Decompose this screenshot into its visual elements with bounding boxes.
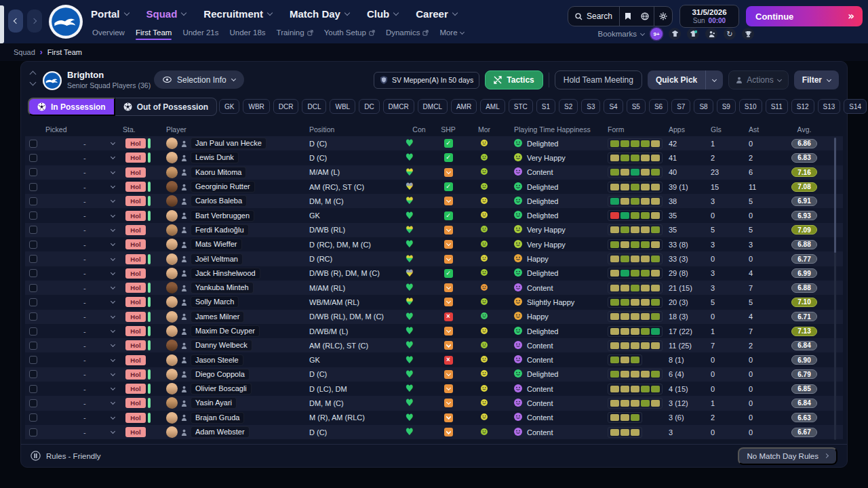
player-row-ferdi-kad-o-lu[interactable]: -HolFerdi KadıoğluD/WB (RL)♥Very Happy35… bbox=[25, 223, 843, 237]
position-chip-gk[interactable]: GK bbox=[219, 99, 239, 114]
subnav-youth-setup[interactable]: Youth Setup bbox=[324, 28, 375, 37]
subnav-dynamics[interactable]: Dynamics bbox=[386, 28, 429, 37]
club-crest-logo[interactable] bbox=[49, 5, 83, 39]
position-chip-aml[interactable]: AML bbox=[480, 99, 505, 114]
in-possession-button[interactable]: In Possession bbox=[28, 98, 115, 116]
hold-team-meeting-button[interactable]: Hold Team Meeting bbox=[555, 70, 642, 89]
player-row-yankuba-minteh[interactable]: -HolYankuba MintehM/AM (RL)♥Content21 (1… bbox=[25, 281, 843, 295]
position-chip-s2[interactable]: S2 bbox=[559, 99, 578, 114]
player-name[interactable]: Georginio Rutter bbox=[191, 181, 255, 192]
profile-icon-button[interactable] bbox=[181, 299, 187, 306]
player-name[interactable]: Yankuba Minteh bbox=[191, 282, 254, 293]
menu-recruitment[interactable]: Recruitment bbox=[203, 8, 272, 20]
selection-status-dropdown[interactable]: - bbox=[50, 197, 123, 205]
profile-icon-button[interactable] bbox=[181, 198, 187, 205]
row-checkbox[interactable] bbox=[29, 284, 37, 292]
settings-button[interactable] bbox=[654, 7, 672, 26]
selection-status-dropdown[interactable]: - bbox=[50, 428, 123, 436]
player-name[interactable]: Mats Wieffer bbox=[191, 239, 242, 250]
selection-status-dropdown[interactable]: - bbox=[50, 298, 123, 306]
player-name[interactable]: Ferdi Kadıoğlu bbox=[191, 224, 249, 236]
breadcrumb-squad[interactable]: Squad bbox=[14, 48, 35, 56]
row-checkbox[interactable] bbox=[29, 140, 37, 148]
profile-icon-button[interactable] bbox=[181, 226, 187, 233]
column-header-mor[interactable]: Mor bbox=[464, 125, 505, 134]
out-of-possession-button[interactable]: Out of Possession bbox=[115, 98, 217, 116]
quick-pick-dropdown[interactable] bbox=[705, 70, 723, 89]
selection-status-dropdown[interactable]: - bbox=[50, 370, 123, 378]
player-name[interactable]: Danny Welbeck bbox=[191, 340, 252, 351]
column-header-form[interactable]: Form bbox=[606, 125, 669, 134]
profile-icon-button[interactable] bbox=[181, 140, 187, 147]
forward-button[interactable] bbox=[27, 9, 42, 33]
column-header-shp[interactable]: SHP bbox=[433, 125, 464, 134]
selection-status-dropdown[interactable]: - bbox=[50, 327, 123, 336]
profile-icon-button[interactable] bbox=[181, 429, 187, 436]
selection-status-dropdown[interactable]: - bbox=[50, 255, 123, 263]
position-chip-s3[interactable]: S3 bbox=[581, 99, 600, 114]
profile-icon-button[interactable] bbox=[181, 241, 187, 248]
next-match-chip[interactable]: SV Meppen(A) In 50 days bbox=[374, 72, 479, 89]
player-name[interactable]: Jason Steele bbox=[191, 354, 243, 366]
selection-status-dropdown[interactable]: - bbox=[50, 399, 123, 407]
row-checkbox[interactable] bbox=[29, 226, 37, 234]
row-checkbox[interactable] bbox=[29, 241, 37, 249]
column-header-con[interactable]: Con bbox=[406, 125, 433, 134]
filter-dropdown[interactable]: Filter bbox=[794, 70, 839, 89]
row-checkbox[interactable] bbox=[29, 183, 37, 191]
position-chip-stc[interactable]: STC bbox=[509, 99, 533, 114]
player-name[interactable]: Yasin Ayari bbox=[191, 397, 237, 409]
player-row-jack-hinshelwood[interactable]: -HolJack HinshelwoodD/WB (R), DM, M (C)♥… bbox=[25, 266, 843, 281]
column-header-gls[interactable]: Gls bbox=[711, 125, 749, 134]
selection-status-dropdown[interactable]: - bbox=[50, 356, 123, 364]
player-row-adam-webster[interactable]: -HolAdam WebsterD (C)♥Content3006.67 bbox=[25, 425, 843, 439]
profile-icon-button[interactable] bbox=[181, 169, 187, 176]
player-row-danny-welbeck[interactable]: -HolDanny WelbeckAM (RLC), ST (C)♥Conten… bbox=[25, 338, 843, 352]
scrollbar[interactable] bbox=[834, 138, 836, 440]
position-chip-s6[interactable]: S6 bbox=[649, 99, 668, 114]
player-row-solly-march[interactable]: -HolSolly MarchWB/M/AM (RL)♥Slightly Hap… bbox=[25, 295, 843, 309]
position-chip-s11[interactable]: S11 bbox=[766, 99, 788, 114]
selection-status-dropdown[interactable]: - bbox=[50, 269, 123, 277]
profile-icon-button[interactable] bbox=[181, 313, 187, 320]
menu-squad[interactable]: Squad bbox=[146, 8, 186, 20]
game-date[interactable]: 31/5/2026 Sun 00:00 bbox=[679, 5, 739, 28]
player-row-james-milner[interactable]: -HolJames MilnerD/WB (RL), DM, M (C)♥×Ha… bbox=[25, 310, 843, 324]
subnav-overview[interactable]: Overview bbox=[92, 28, 125, 37]
collapse-controls[interactable] bbox=[31, 72, 35, 85]
position-chip-wbl[interactable]: WBL bbox=[330, 99, 355, 114]
player-name[interactable]: Solly March bbox=[191, 296, 239, 308]
column-header-player[interactable]: Player bbox=[165, 125, 307, 134]
subnav-under-21s[interactable]: Under 21s bbox=[182, 28, 218, 37]
selection-status-dropdown[interactable]: - bbox=[50, 226, 123, 234]
menu-career[interactable]: Career bbox=[416, 8, 457, 20]
column-header-apps[interactable]: Apps bbox=[669, 125, 711, 134]
menu-portal[interactable]: Portal bbox=[91, 8, 129, 20]
position-chip-s8[interactable]: S8 bbox=[694, 99, 713, 114]
subnav-more[interactable]: More bbox=[439, 28, 463, 37]
match-day-rules-button[interactable]: No Match Day Rules bbox=[738, 447, 837, 465]
player-name[interactable]: Jack Hinshelwood bbox=[191, 268, 260, 279]
player-row-bart-verbruggen[interactable]: -HolBart VerbruggenGK♥✓Delighted35006.93 bbox=[25, 208, 843, 222]
profile-icon-button[interactable] bbox=[181, 342, 187, 349]
player-row-jo-l-veltman[interactable]: -HolJoël VeltmanD (RC)♥Happy33 (3)006.77 bbox=[25, 251, 843, 266]
position-chip-s1[interactable]: S1 bbox=[536, 99, 555, 114]
selection-status-dropdown[interactable]: - bbox=[50, 140, 123, 148]
position-chip-s4[interactable]: S4 bbox=[604, 99, 623, 114]
back-button[interactable] bbox=[8, 9, 23, 33]
profile-icon-button[interactable] bbox=[181, 270, 187, 277]
selection-status-dropdown[interactable]: - bbox=[50, 413, 123, 422]
subnav-first-team[interactable]: First Team bbox=[136, 28, 172, 37]
scrollbar-thumb[interactable] bbox=[834, 138, 836, 253]
column-header-ast[interactable]: Ast bbox=[749, 125, 783, 134]
row-checkbox[interactable] bbox=[29, 342, 37, 350]
profile-icon-button[interactable] bbox=[181, 371, 187, 378]
player-row-kaoru-mitoma[interactable]: -HolKaoru MitomaM/AM (L)♥Content402367.1… bbox=[25, 165, 843, 180]
subnav-under-18s[interactable]: Under 18s bbox=[229, 28, 265, 37]
staff-shortcut-button[interactable] bbox=[705, 28, 717, 40]
column-header-picked[interactable]: Picked bbox=[25, 125, 123, 134]
position-chip-dc[interactable]: DC bbox=[359, 99, 379, 114]
position-chip-dcr[interactable]: DCR bbox=[273, 99, 299, 114]
position-chip-s5[interactable]: S5 bbox=[627, 99, 646, 114]
position-chip-s12[interactable]: S12 bbox=[791, 99, 814, 114]
